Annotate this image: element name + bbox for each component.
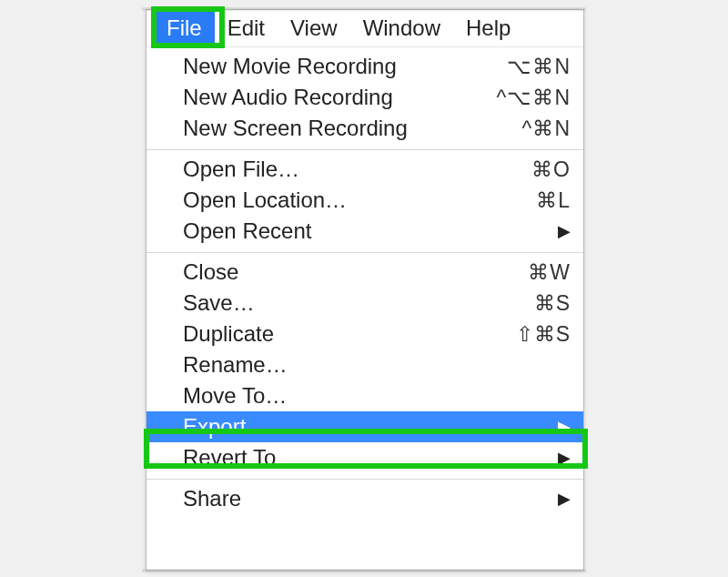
menu-label: Save… — [183, 290, 255, 316]
menu-label: New Audio Recording — [183, 85, 393, 110]
menu-label: Open Recent — [183, 218, 311, 244]
menu-label: Close — [183, 259, 238, 285]
menu-label: Share — [183, 486, 241, 511]
menu-move-to[interactable]: Move To… — [147, 380, 583, 411]
menu-section-recording: New Movie Recording ⌥⌘N New Audio Record… — [147, 47, 583, 149]
menubar-edit[interactable]: Edit — [215, 10, 278, 46]
menu-shortcut: ⌘L — [536, 188, 571, 213]
menubar-view[interactable]: View — [278, 10, 350, 46]
menu-section-open: Open File… ⌘O Open Location… ⌘L Open Rec… — [147, 150, 583, 252]
menu-export[interactable]: Export ▶ — [147, 411, 583, 442]
menu-label: Open File… — [183, 157, 299, 182]
menu-new-screen-recording[interactable]: New Screen Recording ^⌘N — [147, 113, 583, 144]
menu-shortcut: ⌘O — [531, 157, 571, 182]
menu-label: Revert To — [183, 445, 276, 471]
menu-new-movie-recording[interactable]: New Movie Recording ⌥⌘N — [147, 51, 583, 82]
chevron-right-icon: ▶ — [558, 221, 571, 241]
menu-shortcut: ⇧⌘S — [516, 322, 571, 347]
menu-close[interactable]: Close ⌘W — [147, 257, 583, 288]
menu-shortcut: ⌥⌘N — [507, 55, 571, 79]
menu-rename[interactable]: Rename… — [147, 349, 583, 380]
menubar-help[interactable]: Help — [453, 10, 523, 46]
menu-label: Duplicate — [183, 321, 274, 347]
file-menu: New Movie Recording ⌥⌘N New Audio Record… — [147, 47, 583, 520]
menu-label: Move To… — [183, 383, 287, 409]
menubar-window[interactable]: Window — [350, 10, 453, 46]
menu-revert-to[interactable]: Revert To ▶ — [147, 442, 583, 473]
menu-new-audio-recording[interactable]: New Audio Recording ^⌥⌘N — [147, 82, 583, 113]
menu-open-location[interactable]: Open Location… ⌘L — [147, 185, 583, 216]
menu-label: Export — [183, 414, 246, 440]
menu-section-file-ops: Close ⌘W Save… ⌘S Duplicate ⇧⌘S Rename… … — [147, 253, 583, 479]
chevron-right-icon: ▶ — [558, 417, 571, 437]
menu-shortcut: ^⌘N — [522, 116, 571, 141]
menu-save[interactable]: Save… ⌘S — [147, 288, 583, 319]
menubar-file[interactable]: File — [154, 10, 215, 46]
menu-share[interactable]: Share ▶ — [147, 483, 583, 514]
menubar: File Edit View Window Help — [147, 10, 583, 47]
chevron-right-icon: ▶ — [558, 489, 571, 509]
menu-label: Rename… — [183, 352, 288, 378]
menu-shortcut: ⌘S — [534, 291, 571, 316]
menu-label: Open Location… — [183, 187, 347, 213]
menu-shortcut: ^⌥⌘N — [497, 86, 571, 110]
menu-window: File Edit View Window Help New Movie Rec… — [146, 9, 584, 571]
menu-duplicate[interactable]: Duplicate ⇧⌘S — [147, 319, 583, 349]
menu-open-recent[interactable]: Open Recent ▶ — [147, 216, 583, 247]
menu-label: New Screen Recording — [183, 116, 408, 141]
chevron-right-icon: ▶ — [558, 448, 571, 468]
menu-open-file[interactable]: Open File… ⌘O — [147, 154, 583, 185]
menu-shortcut: ⌘W — [528, 260, 571, 285]
menu-section-share: Share ▶ — [147, 480, 583, 520]
menu-label: New Movie Recording — [183, 54, 397, 79]
